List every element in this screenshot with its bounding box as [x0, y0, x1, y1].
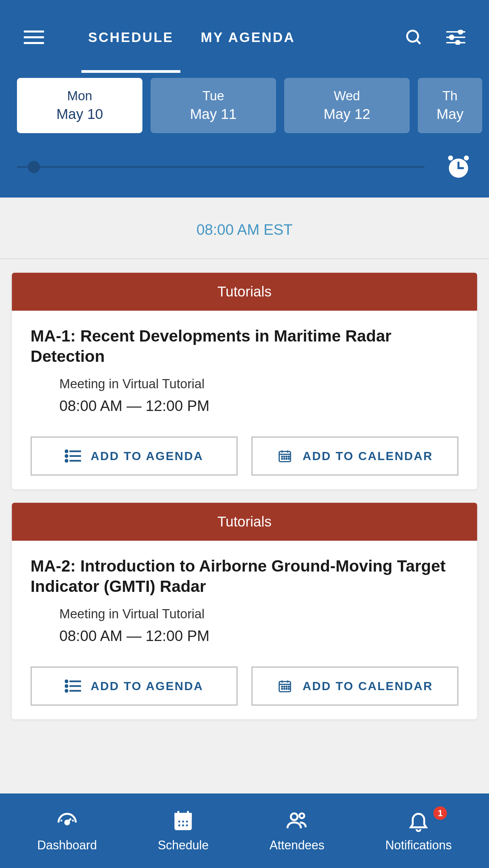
list-icon: [65, 679, 81, 693]
nav-label: Dashboard: [37, 838, 97, 852]
day-tab-thu[interactable]: Th May: [418, 78, 482, 133]
slider-handle[interactable]: [28, 161, 40, 173]
button-label: ADD TO AGENDA: [91, 679, 203, 693]
tab-schedule[interactable]: SCHEDULE: [75, 17, 187, 58]
time-section-header: 08:00 AM EST: [0, 198, 489, 259]
day-tab-wed[interactable]: Wed May 12: [284, 78, 410, 133]
svg-point-13: [65, 455, 67, 457]
svg-point-45: [286, 688, 287, 689]
svg-point-46: [289, 688, 290, 689]
day-date: May 12: [284, 106, 410, 122]
nav-label: Schedule: [158, 838, 209, 852]
svg-point-28: [289, 458, 290, 459]
svg-point-50: [72, 820, 74, 822]
day-name: Tue: [151, 89, 276, 103]
day-name: Wed: [284, 89, 410, 103]
day-date: May 11: [151, 106, 276, 122]
svg-point-58: [178, 824, 180, 826]
svg-point-6: [450, 35, 454, 39]
day-date: May 10: [17, 106, 142, 122]
svg-point-31: [65, 685, 67, 687]
add-to-agenda-button[interactable]: ADD TO AGENDA: [31, 666, 238, 706]
event-card[interactable]: Tutorials MA-1: Recent Developments in M…: [12, 273, 477, 489]
event-location: Meeting in Virtual Tutorial: [59, 607, 458, 621]
add-to-agenda-button[interactable]: ADD TO AGENDA: [31, 436, 238, 476]
svg-point-61: [291, 813, 297, 820]
bottom-nav: Dashboard Schedule Attendees: [0, 793, 489, 868]
svg-point-15: [65, 460, 67, 462]
event-location: Meeting in Virtual Tutorial: [59, 377, 458, 391]
svg-point-59: [182, 824, 184, 826]
svg-point-42: [289, 686, 290, 687]
nav-schedule[interactable]: Schedule: [158, 809, 209, 852]
svg-point-7: [456, 41, 460, 45]
svg-point-49: [60, 820, 62, 822]
time-slider[interactable]: [17, 166, 425, 168]
svg-line-1: [417, 40, 420, 44]
svg-point-41: [286, 686, 287, 687]
nav-label: Notifications: [385, 838, 452, 852]
svg-point-40: [284, 686, 285, 687]
nav-notifications[interactable]: 1 Notifications: [385, 809, 452, 852]
day-tabs: Mon May 10 Tue May 11 Wed May 12 Th May: [0, 58, 489, 143]
day-tab-mon[interactable]: Mon May 10: [17, 78, 142, 133]
svg-point-10: [464, 156, 469, 161]
calendar-icon: [277, 449, 293, 463]
svg-rect-52: [175, 813, 192, 818]
svg-point-23: [286, 456, 287, 457]
bell-icon: [406, 809, 431, 832]
gauge-icon: [55, 809, 79, 832]
top-tabs: SCHEDULE MY AGENDA: [75, 17, 405, 58]
svg-point-62: [299, 813, 304, 818]
add-to-calendar-button[interactable]: ADD TO CALENDAR: [251, 666, 458, 706]
svg-point-11: [65, 450, 67, 452]
schedule-content: 08:00 AM EST Tutorials MA-1: Recent Deve…: [0, 198, 489, 793]
tab-my-agenda[interactable]: MY AGENDA: [187, 17, 309, 58]
filter-icon[interactable]: [446, 30, 465, 45]
svg-point-60: [186, 824, 188, 826]
event-title: MA-1: Recent Developments in Maritime Ra…: [31, 326, 458, 367]
event-category: Tutorials: [12, 503, 477, 541]
svg-point-26: [284, 458, 285, 459]
svg-point-39: [282, 686, 283, 687]
add-to-calendar-button[interactable]: ADD TO CALENDAR: [251, 436, 458, 476]
svg-point-44: [284, 688, 285, 689]
svg-point-43: [282, 688, 283, 689]
svg-point-57: [186, 821, 188, 823]
event-time: 08:00 AM — 12:00 PM: [59, 397, 458, 414]
svg-point-24: [289, 456, 290, 457]
day-name: Mon: [17, 89, 142, 103]
svg-line-48: [67, 819, 71, 822]
svg-point-22: [284, 456, 285, 457]
event-title: MA-2: Introduction to Airborne Ground-Mo…: [31, 556, 458, 597]
calendar-icon: [171, 809, 195, 832]
svg-point-27: [286, 458, 287, 459]
svg-point-55: [178, 821, 180, 823]
nav-label: Attendees: [270, 838, 325, 852]
day-date: May: [418, 106, 482, 122]
event-category: Tutorials: [12, 273, 477, 311]
nav-attendees[interactable]: Attendees: [270, 809, 325, 852]
svg-point-33: [65, 690, 67, 692]
event-card[interactable]: Tutorials MA-2: Introduction to Airborne…: [12, 503, 477, 719]
search-icon[interactable]: [405, 28, 423, 46]
menu-icon[interactable]: [24, 30, 44, 44]
button-label: ADD TO AGENDA: [91, 449, 203, 463]
svg-point-21: [282, 456, 283, 457]
svg-point-29: [65, 680, 67, 682]
event-time: 08:00 AM — 12:00 PM: [59, 627, 458, 644]
day-name: Th: [418, 89, 482, 103]
app-header: SCHEDULE MY AGENDA: [0, 0, 489, 198]
svg-point-0: [407, 31, 418, 42]
list-icon: [65, 449, 81, 463]
day-tab-tue[interactable]: Tue May 11: [151, 78, 276, 133]
button-label: ADD TO CALENDAR: [302, 679, 433, 693]
alarm-clock-icon[interactable]: [445, 153, 472, 181]
svg-point-25: [282, 458, 283, 459]
button-label: ADD TO CALENDAR: [302, 449, 433, 463]
people-icon: [285, 809, 309, 832]
svg-point-9: [448, 156, 453, 161]
svg-point-5: [458, 30, 463, 34]
notification-badge: 1: [433, 806, 447, 820]
nav-dashboard[interactable]: Dashboard: [37, 809, 97, 852]
